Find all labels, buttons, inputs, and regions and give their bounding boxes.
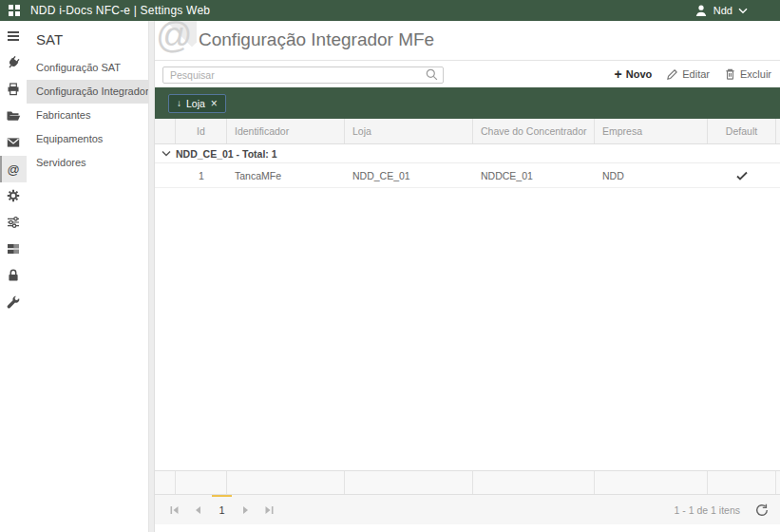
sidebar-item-equipamentos[interactable]: Equipamentos bbox=[27, 127, 148, 151]
topbar: NDD i-Docs NFC-e | Settings Web Ndd bbox=[0, 0, 780, 21]
cell-identificador: TancaMFe bbox=[227, 163, 345, 187]
excluir-button[interactable]: Excluir bbox=[724, 67, 771, 81]
chip-close-icon[interactable]: × bbox=[211, 98, 218, 109]
rail-item-gear[interactable] bbox=[0, 182, 27, 209]
plug-icon bbox=[6, 55, 21, 70]
main-content: @ Configuração Integrador MFe + Novo bbox=[155, 21, 780, 532]
chevron-down-icon bbox=[738, 8, 748, 14]
user-name: Ndd bbox=[713, 5, 732, 16]
mail-icon bbox=[6, 135, 21, 150]
plus-icon: + bbox=[615, 67, 622, 81]
sidebar-item-servidores[interactable]: Servidores bbox=[27, 151, 148, 175]
wrench-icon bbox=[6, 294, 21, 310]
previous-page-icon bbox=[193, 504, 203, 516]
sidebar-item-fabricantes[interactable]: Fabricantes bbox=[27, 104, 148, 127]
footer-cell bbox=[595, 471, 708, 494]
group-chip-loja[interactable]: ↓ Loja × bbox=[168, 94, 226, 113]
cell-expander bbox=[155, 163, 176, 187]
rail-item-wrench[interactable] bbox=[0, 289, 27, 315]
rail-item-lock[interactable] bbox=[0, 262, 27, 289]
refresh-button[interactable] bbox=[755, 504, 769, 517]
column-header-default[interactable]: Default bbox=[708, 119, 776, 143]
search-icon[interactable] bbox=[425, 67, 439, 86]
column-header-id[interactable]: Id bbox=[176, 119, 227, 143]
apps-grid-icon[interactable] bbox=[8, 4, 21, 17]
column-header-empresa[interactable]: Empresa bbox=[595, 119, 708, 143]
grid-header-row: Id Identificador Loja Chave do Concentra… bbox=[155, 119, 780, 144]
column-header-identificador[interactable]: Identificador bbox=[227, 119, 345, 143]
sidebar-title: SAT bbox=[27, 21, 148, 56]
rail-item-folder[interactable] bbox=[0, 103, 27, 129]
app-title: NDD i-Docs NFC-e | Settings Web bbox=[30, 4, 210, 17]
excluir-label: Excluir bbox=[740, 68, 771, 80]
cell-empresa: NDD bbox=[595, 163, 708, 187]
footer-cell bbox=[155, 471, 176, 494]
footer-cell bbox=[345, 471, 473, 494]
column-header-expander bbox=[155, 119, 176, 143]
at-sign-icon: @ bbox=[7, 163, 19, 176]
rail-item-printer[interactable] bbox=[0, 76, 27, 103]
column-header-chave-do-concentrador[interactable]: Chave do Concentrador bbox=[473, 119, 595, 143]
next-page-button[interactable] bbox=[234, 495, 257, 524]
toolbar: + Novo Editar bbox=[615, 67, 771, 81]
menu-icon bbox=[6, 28, 21, 44]
pager-nav: 1 bbox=[162, 495, 281, 524]
apps-grid-icon-glyph bbox=[8, 4, 21, 17]
rail-item-server[interactable] bbox=[0, 236, 27, 262]
rail-item-sliders[interactable] bbox=[0, 209, 27, 236]
cell-default bbox=[708, 163, 776, 187]
pager-info: 1 - 1 de 1 itens bbox=[675, 504, 740, 516]
search-input[interactable] bbox=[162, 66, 444, 84]
column-header-filler bbox=[776, 119, 780, 143]
footer-cell-filler bbox=[776, 471, 780, 494]
footer-cell bbox=[473, 471, 595, 494]
pager-right: 1 - 1 de 1 itens bbox=[675, 504, 769, 517]
printer-icon bbox=[6, 82, 21, 97]
cell-loja: NDD_CE_01 bbox=[345, 163, 473, 187]
icon-rail: @ bbox=[0, 21, 27, 532]
sidebar-item-configuracao-sat[interactable]: Configuração SAT bbox=[27, 56, 148, 80]
user-menu[interactable]: Ndd bbox=[694, 4, 748, 17]
rail-item-at[interactable]: @ bbox=[0, 156, 27, 182]
trash-icon bbox=[724, 67, 736, 81]
previous-page-button[interactable] bbox=[186, 495, 210, 524]
default-checkmark-icon bbox=[736, 171, 748, 180]
user-icon bbox=[694, 4, 708, 17]
lock-icon bbox=[6, 268, 21, 283]
module-sidebar: SAT Configuração SAT Configuração Integr… bbox=[27, 21, 148, 532]
editar-button[interactable]: Editar bbox=[666, 68, 710, 81]
group-row[interactable]: NDD_CE_01 - Total: 1 bbox=[155, 144, 780, 163]
actions-row: + Novo Editar bbox=[155, 61, 780, 87]
module-badge: @ bbox=[155, 21, 197, 61]
rail-item-mail[interactable] bbox=[0, 129, 27, 156]
rail-item-menu[interactable] bbox=[0, 23, 27, 49]
at-sign-badge-icon: @ bbox=[156, 21, 193, 58]
server-icon bbox=[6, 241, 21, 256]
page-header: @ Configuração Integrador MFe bbox=[155, 21, 780, 61]
folder-open-icon bbox=[6, 108, 21, 124]
sidebar-item-configuracao-integrador[interactable]: Configuração Integrador bbox=[27, 80, 148, 104]
editar-label: Editar bbox=[682, 68, 710, 80]
sliders-icon bbox=[6, 215, 21, 230]
footer-cell bbox=[227, 471, 345, 494]
first-page-icon bbox=[169, 504, 180, 516]
last-page-button[interactable] bbox=[257, 495, 281, 524]
current-page-button[interactable]: 1 bbox=[210, 495, 234, 524]
first-page-button[interactable] bbox=[162, 495, 186, 524]
table-row[interactable]: 1 TancaMFe NDD_CE_01 NDDCE_01 NDD bbox=[155, 163, 780, 188]
rail-item-plug[interactable] bbox=[0, 49, 27, 76]
footer-cell bbox=[176, 471, 227, 494]
column-header-loja[interactable]: Loja bbox=[345, 119, 473, 143]
pager: 1 1 - 1 de 1 itens bbox=[155, 495, 780, 524]
edit-pencil-icon bbox=[666, 68, 678, 81]
grouping-bar: ↓ Loja × bbox=[155, 87, 780, 119]
group-row-label: NDD_CE_01 - Total: 1 bbox=[176, 148, 277, 160]
refresh-icon bbox=[755, 504, 769, 517]
gear-icon bbox=[6, 188, 21, 203]
novo-button[interactable]: + Novo bbox=[615, 67, 653, 81]
collapse-chevron-icon[interactable] bbox=[162, 150, 171, 158]
bottom-strip bbox=[155, 524, 780, 532]
app-window: NDD i-Docs NFC-e | Settings Web Ndd bbox=[0, 0, 780, 532]
cell-chave-do-concentrador: NDDCE_01 bbox=[473, 163, 595, 187]
group-chip-label: Loja bbox=[186, 98, 205, 109]
